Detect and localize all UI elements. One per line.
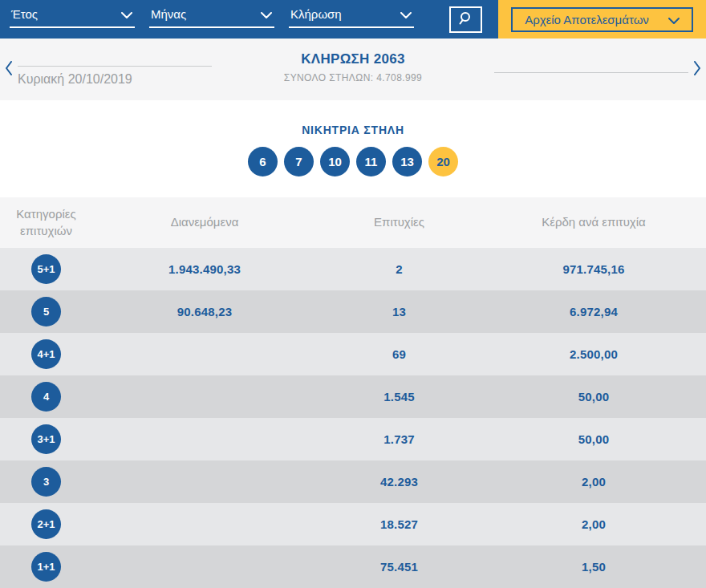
winners-value: 75.451 bbox=[317, 560, 481, 574]
category-badge: 5 bbox=[31, 297, 61, 326]
chevron-down-icon bbox=[668, 13, 680, 26]
month-dropdown[interactable]: Μήνας bbox=[149, 7, 274, 28]
table-row: 5 90.648,23 13 6.972,94 bbox=[0, 290, 706, 333]
winning-number-ball: 7 bbox=[284, 147, 314, 176]
table-row: 3 42.293 2,00 bbox=[0, 460, 706, 503]
archive-panel: Αρχείο Αποτελεσμάτων bbox=[498, 0, 706, 39]
category-badge: 3+1 bbox=[31, 424, 61, 454]
column-header-per-winner: Κέρδη ανά επιτυχία bbox=[481, 214, 706, 230]
draw-title: ΚΛΗΡΩΣΗ 2063 bbox=[212, 51, 494, 67]
winning-number-ball: 10 bbox=[320, 147, 350, 176]
category-badge: 2+1 bbox=[31, 509, 61, 539]
draw-dropdown-label: Κλήρωση bbox=[290, 7, 342, 21]
chevron-left-icon bbox=[5, 61, 13, 78]
next-draw-info bbox=[494, 39, 688, 100]
column-header-winners: Επιτυχίες bbox=[317, 214, 481, 230]
winners-value: 69 bbox=[317, 347, 481, 361]
winners-value: 42.293 bbox=[317, 475, 481, 489]
winning-number-ball: 13 bbox=[392, 147, 422, 176]
draw-date: Κυριακή 20/10/2019 bbox=[18, 72, 212, 87]
table-row: 3+1 1.737 50,00 bbox=[0, 418, 706, 460]
draw-navigation: Κυριακή 20/10/2019 ΚΛΗΡΩΣΗ 2063 ΣΥΝΟΛΟ Σ… bbox=[0, 39, 706, 100]
results-archive-button[interactable]: Αρχείο Αποτελεσμάτων bbox=[511, 7, 693, 32]
per-winner-value: 1,50 bbox=[481, 560, 706, 574]
per-winner-value: 2,00 bbox=[481, 475, 706, 489]
per-winner-value: 50,00 bbox=[481, 390, 706, 403]
search-icon bbox=[459, 11, 473, 28]
results-archive-label: Αρχείο Αποτελεσμάτων bbox=[525, 13, 649, 26]
winners-value: 1.545 bbox=[317, 390, 481, 403]
prev-draw-button[interactable] bbox=[0, 39, 18, 100]
results-table-header: Κατηγορίες επιτυχιών Διανεμόμενα Επιτυχί… bbox=[0, 197, 706, 248]
per-winner-value: 2,00 bbox=[481, 517, 706, 531]
chevron-down-icon bbox=[261, 7, 272, 21]
next-draw-button[interactable] bbox=[688, 39, 706, 100]
divider-line bbox=[18, 66, 212, 67]
per-winner-value: 6.972,94 bbox=[481, 305, 706, 318]
winning-number-ball: 11 bbox=[356, 147, 386, 176]
category-badge: 4+1 bbox=[31, 339, 61, 369]
search-button[interactable] bbox=[449, 6, 482, 33]
per-winner-value: 2.500,00 bbox=[481, 347, 706, 361]
winners-value: 1.737 bbox=[317, 432, 481, 446]
table-row: 5+1 1.943.490,33 2 971.745,16 bbox=[0, 248, 706, 290]
divider-line bbox=[494, 72, 688, 73]
winning-column-section: ΝΙΚΗΤΡΙΑ ΣΤΗΛΗ 6 7 10 11 13 20 bbox=[0, 100, 706, 197]
distributed-value: 90.648,23 bbox=[92, 305, 317, 318]
filter-toolbar: Έτος Μήνας Κλήρωση Αρχείο Αποτελεσμάτων bbox=[0, 0, 706, 39]
draw-header: ΚΛΗΡΩΣΗ 2063 ΣΥΝΟΛΟ ΣΤΗΛΩΝ: 4.708.999 bbox=[212, 39, 494, 100]
draw-total-columns: ΣΥΝΟΛΟ ΣΤΗΛΩΝ: 4.708.999 bbox=[212, 72, 494, 83]
year-dropdown[interactable]: Έτος bbox=[10, 7, 135, 28]
winning-number-ball: 6 bbox=[248, 147, 278, 176]
category-badge: 5+1 bbox=[31, 254, 61, 284]
prev-draw-info: Κυριακή 20/10/2019 bbox=[18, 39, 212, 100]
category-badge: 1+1 bbox=[31, 552, 61, 582]
table-row: 4+1 69 2.500,00 bbox=[0, 333, 706, 375]
table-row: 1+1 75.451 1,50 bbox=[0, 545, 706, 588]
winners-value: 2 bbox=[317, 262, 481, 276]
draw-dropdown[interactable]: Κλήρωση bbox=[289, 7, 414, 28]
joker-number-ball: 20 bbox=[428, 147, 458, 176]
chevron-right-icon bbox=[693, 61, 701, 78]
per-winner-value: 50,00 bbox=[481, 432, 706, 446]
column-header-categories: Κατηγορίες επιτυχιών bbox=[0, 206, 92, 239]
winners-value: 18.527 bbox=[317, 517, 481, 531]
distributed-value: 1.943.490,33 bbox=[92, 262, 317, 276]
column-header-distributed: Διανεμόμενα bbox=[92, 214, 317, 230]
month-dropdown-label: Μήνας bbox=[151, 7, 186, 21]
year-dropdown-label: Έτος bbox=[11, 7, 38, 21]
chevron-down-icon bbox=[400, 7, 412, 21]
category-badge: 4 bbox=[31, 382, 61, 412]
per-winner-value: 971.745,16 bbox=[481, 262, 706, 276]
winners-value: 13 bbox=[317, 305, 481, 318]
table-row: 4 1.545 50,00 bbox=[0, 375, 706, 418]
table-row: 2+1 18.527 2,00 bbox=[0, 503, 706, 545]
winning-numbers: 6 7 10 11 13 20 bbox=[0, 147, 706, 176]
chevron-down-icon bbox=[121, 7, 132, 21]
winning-column-heading: ΝΙΚΗΤΡΙΑ ΣΤΗΛΗ bbox=[0, 124, 706, 136]
category-badge: 3 bbox=[31, 467, 61, 497]
